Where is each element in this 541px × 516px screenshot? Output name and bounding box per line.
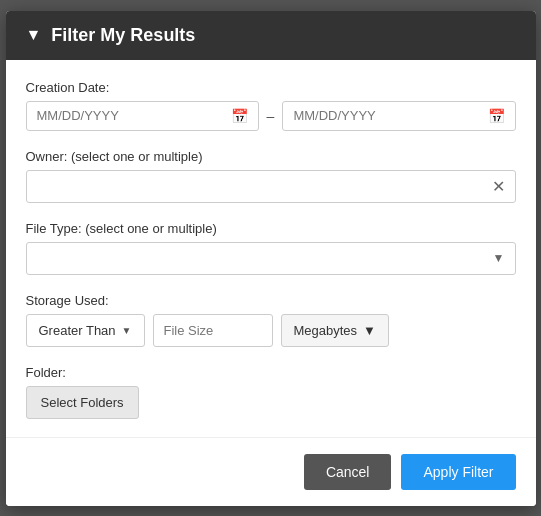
select-folders-label: Select Folders — [41, 395, 124, 410]
date-end-input[interactable] — [293, 108, 481, 123]
apply-label: Apply Filter — [423, 464, 493, 480]
date-row: 📅 – 📅 — [26, 101, 516, 131]
modal-overlay: ▼ Filter My Results Creation Date: 📅 – 📅 — [0, 0, 541, 516]
greater-than-arrow-icon: ▼ — [122, 325, 132, 336]
filter-icon: ▼ — [26, 26, 42, 44]
date-end-wrapper: 📅 — [282, 101, 515, 131]
owner-clear-icon[interactable]: ✕ — [492, 177, 505, 196]
cancel-label: Cancel — [326, 464, 370, 480]
filter-modal: ▼ Filter My Results Creation Date: 📅 – 📅 — [6, 11, 536, 506]
date-start-wrapper: 📅 — [26, 101, 259, 131]
greater-than-label: Greater Than — [39, 323, 116, 338]
calendar-start-icon[interactable]: 📅 — [231, 108, 248, 124]
file-type-label: File Type: (select one or multiple) — [26, 221, 516, 236]
select-folders-button[interactable]: Select Folders — [26, 386, 139, 419]
creation-date-section: Creation Date: 📅 – 📅 — [26, 80, 516, 131]
megabytes-button[interactable]: Megabytes ▼ — [281, 314, 389, 347]
modal-header: ▼ Filter My Results — [6, 11, 536, 60]
owner-label: Owner: (select one or multiple) — [26, 149, 516, 164]
greater-than-button[interactable]: Greater Than ▼ — [26, 314, 145, 347]
owner-input[interactable] — [37, 179, 492, 194]
owner-input-wrapper: ✕ — [26, 170, 516, 203]
file-type-select-wrapper: ▼ — [26, 242, 516, 275]
modal-footer: Cancel Apply Filter — [6, 437, 536, 506]
modal-body: Creation Date: 📅 – 📅 Owner: (select one … — [6, 60, 536, 419]
file-type-section: File Type: (select one or multiple) ▼ — [26, 221, 516, 275]
apply-filter-button[interactable]: Apply Filter — [401, 454, 515, 490]
folder-section: Folder: Select Folders — [26, 365, 516, 419]
storage-used-label: Storage Used: — [26, 293, 516, 308]
cancel-button[interactable]: Cancel — [304, 454, 392, 490]
owner-section: Owner: (select one or multiple) ✕ — [26, 149, 516, 203]
date-start-input[interactable] — [37, 108, 225, 123]
date-separator: – — [267, 108, 275, 124]
calendar-end-icon[interactable]: 📅 — [488, 108, 505, 124]
folder-label: Folder: — [26, 365, 516, 380]
modal-title: Filter My Results — [51, 25, 195, 46]
creation-date-label: Creation Date: — [26, 80, 516, 95]
file-size-input[interactable] — [153, 314, 273, 347]
file-type-select[interactable] — [27, 243, 515, 274]
megabytes-label: Megabytes — [294, 323, 358, 338]
storage-used-section: Storage Used: Greater Than ▼ Megabytes ▼ — [26, 293, 516, 347]
storage-row: Greater Than ▼ Megabytes ▼ — [26, 314, 516, 347]
megabytes-arrow-icon: ▼ — [363, 323, 376, 338]
